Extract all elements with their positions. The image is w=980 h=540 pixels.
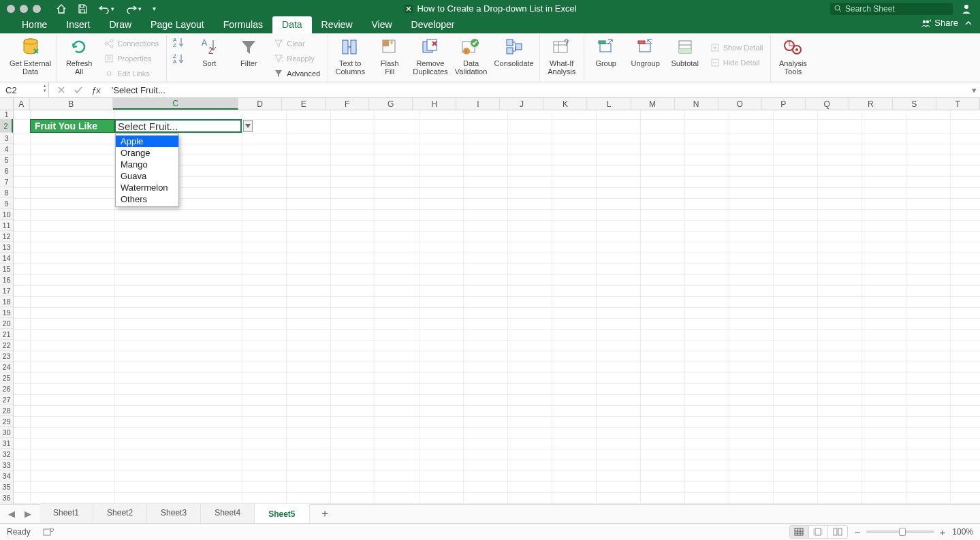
cell-c2-active[interactable]: Select Fruit... — [114, 119, 242, 133]
clear-filter-button[interactable]: Clear — [272, 37, 322, 50]
row-header-21[interactable]: 21 — [0, 329, 13, 340]
sort-asc-button[interactable]: AZ — [172, 37, 186, 48]
row-header-27[interactable]: 27 — [0, 394, 13, 405]
filter-button[interactable]: Filter — [232, 37, 265, 67]
dropdown-option-others[interactable]: Others — [116, 193, 178, 205]
advanced-filter-button[interactable]: Advanced — [272, 67, 322, 80]
dropdown-option-apple[interactable]: Apple — [116, 136, 178, 147]
column-header-I[interactable]: I — [456, 98, 500, 110]
row-header-26[interactable]: 26 — [0, 383, 13, 394]
row-header-32[interactable]: 32 — [0, 449, 13, 460]
properties-button[interactable]: Properties — [102, 52, 161, 65]
edit-links-button[interactable]: Edit Links — [102, 67, 161, 80]
tab-developer[interactable]: Developer — [402, 16, 464, 33]
share-button[interactable]: + Share — [921, 18, 958, 28]
macro-record-icon[interactable] — [43, 527, 54, 537]
row-header-33[interactable]: 33 — [0, 460, 13, 471]
zoom-track[interactable] — [866, 530, 934, 533]
hide-detail-button[interactable]: Hide Detail — [708, 56, 765, 69]
home-icon[interactable] — [56, 4, 67, 14]
column-header-H[interactable]: H — [413, 98, 456, 110]
user-account-icon[interactable] — [961, 3, 972, 14]
row-header-9[interactable]: 9 — [0, 198, 13, 209]
column-header-J[interactable]: J — [500, 98, 543, 110]
row-header-18[interactable]: 18 — [0, 296, 13, 307]
column-header-B[interactable]: B — [30, 98, 113, 110]
show-detail-button[interactable]: Show Detail — [708, 41, 765, 54]
ungroup-button[interactable]: Ungroup — [629, 37, 662, 67]
column-header-K[interactable]: K — [543, 98, 587, 110]
column-header-A[interactable]: A — [14, 98, 30, 110]
add-sheet-button[interactable]: ＋ — [310, 507, 340, 521]
row-header-19[interactable]: 19 — [0, 307, 13, 318]
row-header-13[interactable]: 13 — [0, 242, 13, 253]
sheet-tab-sheet3[interactable]: Sheet3 — [147, 504, 201, 524]
row-header-14[interactable]: 14 — [0, 253, 13, 264]
column-header-Q[interactable]: Q — [806, 98, 849, 110]
tab-formulas[interactable]: Formulas — [214, 16, 272, 33]
zoom-slider[interactable]: − + — [855, 526, 946, 538]
window-close[interactable] — [7, 5, 15, 13]
row-header-5[interactable]: 5 — [0, 155, 13, 165]
row-header-1[interactable]: 1 — [0, 110, 13, 119]
sort-button[interactable]: AZ Sort — [193, 37, 225, 67]
enter-formula-icon[interactable] — [74, 86, 83, 94]
save-icon[interactable] — [78, 4, 87, 14]
dropdown-list[interactable]: AppleOrangeMangoGuavaWatermelonOthers — [115, 133, 179, 207]
column-header-D[interactable]: D — [238, 98, 282, 110]
tab-view[interactable]: View — [362, 16, 402, 33]
tab-draw[interactable]: Draw — [99, 16, 141, 33]
formula-bar-expand-icon[interactable]: ▾ — [968, 85, 980, 95]
what-if-button[interactable]: ? What-If Analysis — [546, 37, 578, 76]
row-header-35[interactable]: 35 — [0, 481, 13, 492]
row-header-4[interactable]: 4 — [0, 144, 13, 155]
window-zoom[interactable] — [33, 5, 41, 13]
tab-data[interactable]: Data — [272, 16, 312, 33]
refresh-all-button[interactable]: Refresh All — [63, 37, 95, 76]
row-header-3[interactable]: 3 — [0, 133, 13, 144]
tab-insert[interactable]: Insert — [57, 16, 99, 33]
dropdown-option-guava[interactable]: Guava — [116, 170, 178, 182]
formula-input[interactable]: 'Select Fruit... — [109, 85, 968, 95]
row-header-8[interactable]: 8 — [0, 187, 13, 198]
get-external-data-button[interactable]: Get External Data — [10, 37, 51, 76]
column-header-S[interactable]: S — [893, 98, 936, 110]
tab-page-layout[interactable]: Page Layout — [141, 16, 214, 33]
qat-customize-icon[interactable]: ▾ — [153, 5, 156, 12]
row-header-36[interactable]: 36 — [0, 492, 13, 503]
row-header-20[interactable]: 20 — [0, 318, 13, 329]
sort-desc-button[interactable]: ZA — [172, 53, 186, 64]
row-header-10[interactable]: 10 — [0, 209, 13, 220]
column-header-C[interactable]: C — [113, 98, 238, 110]
column-header-T[interactable]: T — [936, 98, 980, 110]
row-header-15[interactable]: 15 — [0, 264, 13, 274]
analysis-tools-button[interactable]: Analysis Tools — [776, 37, 809, 76]
column-header-F[interactable]: F — [326, 98, 369, 110]
row-headers[interactable]: 1234567891011121314151617181920212223242… — [0, 110, 14, 504]
row-header-2[interactable]: 2 — [0, 119, 13, 133]
dropdown-option-mango[interactable]: Mango — [116, 159, 178, 170]
row-header-25[interactable]: 25 — [0, 372, 13, 383]
sheet-tab-sheet2[interactable]: Sheet2 — [93, 504, 147, 524]
reapply-button[interactable]: Reapply — [272, 52, 322, 65]
row-header-6[interactable]: 6 — [0, 165, 13, 176]
zoom-thumb[interactable] — [899, 528, 906, 536]
sheet-tab-sheet5[interactable]: Sheet5 — [255, 504, 309, 524]
name-box[interactable]: C2 ▴▾ — [0, 82, 49, 97]
zoom-in-button[interactable]: + — [940, 526, 946, 538]
view-page-layout-button[interactable] — [809, 526, 828, 538]
column-header-E[interactable]: E — [282, 98, 326, 110]
select-all-corner[interactable] — [0, 98, 14, 110]
tab-home[interactable]: Home — [12, 16, 57, 33]
row-header-31[interactable]: 31 — [0, 438, 13, 449]
cell-b2-label[interactable]: Fruit You Like — [30, 119, 114, 133]
zoom-value[interactable]: 100% — [952, 527, 973, 537]
row-header-29[interactable]: 29 — [0, 416, 13, 427]
fx-icon[interactable]: ƒx — [91, 85, 101, 95]
sheet-nav-prev-icon[interactable]: ◀ — [8, 509, 15, 519]
view-normal-button[interactable] — [790, 526, 809, 538]
text-to-columns-button[interactable]: Text to Columns — [334, 37, 366, 76]
ribbon-collapse-icon[interactable] — [964, 18, 973, 28]
connections-button[interactable]: Connections — [102, 37, 161, 50]
row-header-28[interactable]: 28 — [0, 405, 13, 416]
